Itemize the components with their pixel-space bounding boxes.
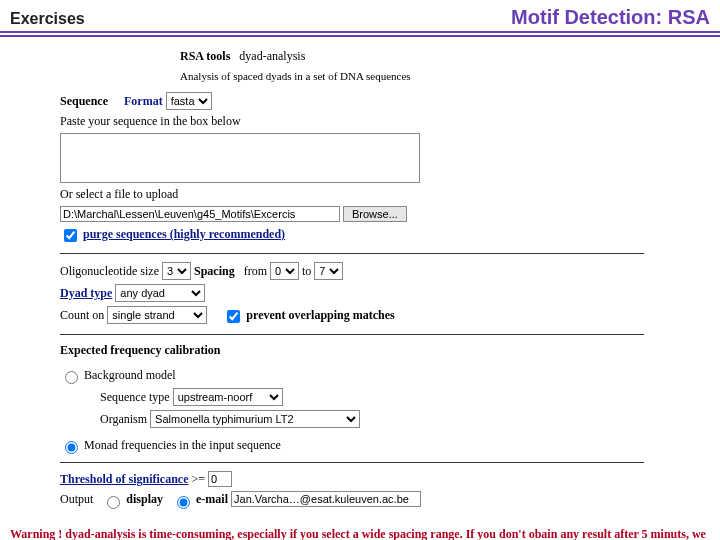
oligo-label: Oligonucleotide size	[60, 264, 159, 278]
sequence-textarea[interactable]	[60, 133, 420, 183]
threshold-input[interactable]	[208, 471, 232, 487]
spacing-to-select[interactable]: 7	[314, 262, 343, 280]
divider-2	[60, 334, 644, 335]
from-label: from	[244, 264, 267, 278]
oligo-row: Oligonucleotide size 3 Spacing from 0 to…	[60, 262, 644, 280]
format-label: Format	[124, 94, 163, 108]
output-row: Output display e-mail	[60, 491, 644, 508]
divider-1	[60, 253, 644, 254]
purge-checkbox[interactable]	[64, 229, 77, 242]
display-radio[interactable]	[107, 496, 120, 509]
purge-link[interactable]: purge sequences (highly recommended)	[83, 227, 285, 241]
paste-hint: Paste your sequence in the box below	[60, 114, 644, 129]
monad-row: Monad frequencies in the input sequence	[60, 438, 644, 454]
purge-row: purge sequences (highly recommended)	[60, 226, 644, 245]
divider-3	[60, 462, 644, 463]
threshold-row: Threshold of significance >=	[60, 471, 644, 487]
form-content: RSA tools dyad-analysis Analysis of spac…	[0, 37, 660, 521]
spacing-label: Spacing	[194, 264, 235, 278]
prevent-overlap-checkbox[interactable]	[227, 310, 240, 323]
dyad-type-row: Dyad type any dyad	[60, 284, 644, 302]
header-left: Exercises	[10, 10, 85, 28]
count-on-label: Count on	[60, 308, 104, 322]
threshold-link[interactable]: Threshold of significance	[60, 472, 188, 486]
organism-label: Organism	[100, 412, 147, 426]
dyad-type-label: Dyad type	[60, 286, 112, 300]
spacing-from-select[interactable]: 0	[270, 262, 299, 280]
file-path-input[interactable]	[60, 206, 340, 222]
seq-type-select[interactable]: upstream-noorf	[173, 388, 283, 406]
oligo-size-select[interactable]: 3	[162, 262, 191, 280]
count-on-select[interactable]: single strand	[107, 306, 207, 324]
monad-radio[interactable]	[65, 441, 78, 454]
sequence-row: Sequence Format fasta	[60, 92, 644, 110]
display-label: display	[126, 492, 163, 506]
organism-row: Organism Salmonella typhimurium LT2	[100, 410, 644, 428]
tool-name-prefix: RSA tools	[180, 49, 230, 63]
monad-label: Monad frequencies in the input sequence	[84, 438, 281, 452]
tool-desc: Analysis of spaced dyads in a set of DNA…	[180, 70, 644, 82]
prevent-overlap-label: prevent overlapping matches	[246, 308, 394, 322]
bg-model-label: Background model	[84, 368, 176, 382]
format-select[interactable]: fasta	[166, 92, 212, 110]
browse-button[interactable]: Browse...	[343, 206, 407, 222]
count-on-row: Count on single strand prevent overlappi…	[60, 306, 644, 326]
to-label: to	[302, 264, 311, 278]
header-right: Motif Detection: RSA	[511, 6, 710, 29]
seq-type-row: Sequence type upstream-noorf	[100, 388, 644, 406]
sequence-label: Sequence	[60, 94, 108, 108]
slide-header: Exercises Motif Detection: RSA	[0, 0, 720, 37]
threshold-op: >=	[191, 472, 205, 486]
email-input[interactable]	[231, 491, 421, 507]
file-row: Browse...	[60, 206, 644, 222]
email-label: e-mail	[196, 492, 228, 506]
tool-title: RSA tools dyad-analysis	[180, 49, 644, 64]
tool-name-suffix: dyad-analysis	[239, 49, 305, 63]
calibration-heading: Expected frequency calibration	[60, 343, 644, 358]
output-label: Output	[60, 492, 93, 506]
bg-model-row: Background model	[60, 368, 644, 384]
email-radio[interactable]	[177, 496, 190, 509]
bg-model-radio[interactable]	[65, 371, 78, 384]
dyad-type-select[interactable]: any dyad	[115, 284, 205, 302]
or-upload-label: Or select a file to upload	[60, 187, 644, 202]
warning-text: Warning ! dyad-analysis is time-consumin…	[0, 521, 720, 541]
organism-select[interactable]: Salmonella typhimurium LT2	[150, 410, 360, 428]
seq-type-label: Sequence type	[100, 390, 170, 404]
